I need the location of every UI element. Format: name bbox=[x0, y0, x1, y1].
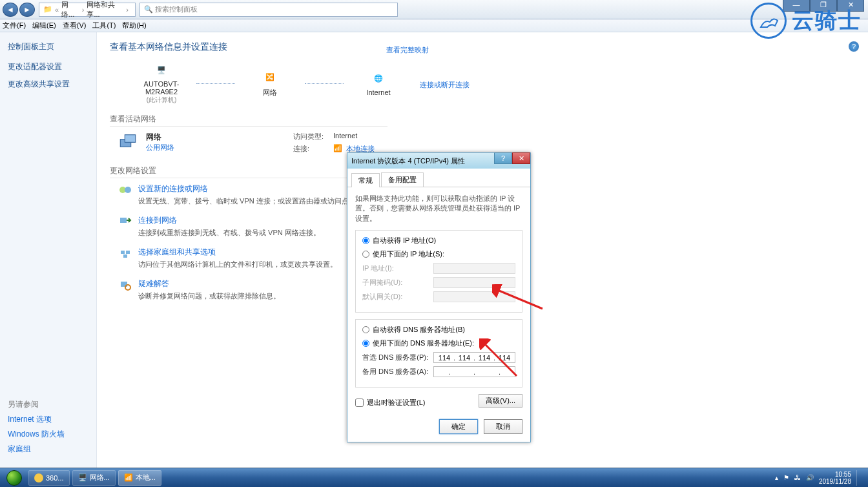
see-also-firewall[interactable]: Windows 防火墙 bbox=[8, 429, 65, 440]
node-network: 🔀 网络 bbox=[238, 70, 302, 98]
network-type-link[interactable]: 公用网络 bbox=[146, 143, 174, 152]
dialog-title-text: Internet 协议版本 4 (TCP/IPv4) 属性 bbox=[351, 156, 465, 166]
sidebar-adapter-settings[interactable]: 更改适配器设置 bbox=[8, 61, 88, 72]
node-pc: 🖥️ AUTOBVT-M2RA9E2 (此计算机) bbox=[129, 62, 194, 105]
tray-network-icon[interactable]: 🖧 bbox=[794, 474, 801, 481]
taskbar-item-360[interactable]: 360... bbox=[28, 470, 70, 486]
tray-flag-icon[interactable]: ⚑ bbox=[783, 474, 789, 481]
windows-logo-icon bbox=[6, 470, 22, 486]
setup-new-connection-link[interactable]: 设置新的连接或网络 bbox=[138, 183, 356, 194]
tray-chevron-icon[interactable]: ▴ bbox=[775, 474, 778, 481]
menu-tools[interactable]: 工具(T) bbox=[92, 21, 116, 30]
taskbar: 360... 🖥️ 网络... 📶 本地... ▴ ⚑ 🖧 🔊 10:55 20… bbox=[0, 468, 868, 487]
preferred-dns-label: 首选 DNS 服务器(P): bbox=[362, 353, 433, 362]
dialog-close-button[interactable]: ✕ bbox=[512, 152, 530, 164]
see-also-section: 另请参阅 Internet 选项 Windows 防火墙 家庭组 bbox=[8, 399, 65, 459]
tray-time: 10:55 bbox=[819, 471, 851, 478]
connection-label: 连接: bbox=[293, 144, 329, 154]
new-connection-icon bbox=[119, 183, 132, 196]
see-also-internet-options[interactable]: Internet 选项 bbox=[8, 414, 65, 425]
subnet-label: 子网掩码(U): bbox=[362, 278, 433, 287]
connect-disconnect-link[interactable]: 连接或断开连接 bbox=[420, 80, 470, 90]
breadcrumb[interactable]: 📁 « 网络... › 网络和共享... › bbox=[39, 3, 136, 17]
globe-icon: 🌐 bbox=[371, 70, 386, 86]
svg-point-9 bbox=[125, 285, 130, 290]
folder-icon: 📁 bbox=[43, 5, 52, 14]
homegroup-sharing-desc: 访问位于其他网络计算机上的文件和打印机，或更改共享设置。 bbox=[138, 260, 337, 269]
breadcrumb-part: 网络... bbox=[61, 0, 79, 19]
active-networks-label: 查看活动网络 bbox=[110, 114, 388, 127]
left-sidebar: 控制面板主页 更改适配器设置 更改高级共享设置 另请参阅 Internet 选项… bbox=[0, 32, 97, 468]
help-icon[interactable]: ? bbox=[849, 41, 859, 52]
taskbar-item-local[interactable]: 📶 本地... bbox=[118, 470, 161, 486]
connect-to-network-desc: 连接到或重新连接到无线、有线、拨号或 VPN 网络连接。 bbox=[138, 228, 320, 238]
dns-auto-radio[interactable] bbox=[362, 326, 369, 333]
annotation-arrow bbox=[492, 284, 544, 310]
dns-manual-label: 使用下面的 DNS 服务器地址(E): bbox=[373, 338, 474, 348]
dialog-help-button[interactable]: ? bbox=[494, 152, 512, 164]
connect-to-network-link[interactable]: 连接到网络 bbox=[138, 215, 320, 226]
see-also-header: 另请参阅 bbox=[8, 399, 65, 410]
app-icon: 📶 bbox=[124, 473, 133, 482]
search-input[interactable]: 🔍 搜索控制面板 bbox=[140, 3, 398, 17]
search-icon: 🔍 bbox=[144, 5, 153, 14]
ok-button[interactable]: 确定 bbox=[439, 419, 478, 434]
system-tray: ▴ ⚑ 🖧 🔊 10:55 2019/11/28 bbox=[775, 470, 865, 486]
network-icon: 🔀 bbox=[262, 70, 278, 85]
watermark-logo: 云骑士 bbox=[750, 3, 862, 39]
ip-auto-radio[interactable] bbox=[362, 237, 369, 244]
nav-back-button[interactable]: ◄ bbox=[3, 3, 18, 17]
app-icon bbox=[34, 473, 43, 482]
tab-general[interactable]: 常规 bbox=[351, 173, 380, 187]
homegroup-sharing-link[interactable]: 选择家庭组和共享选项 bbox=[138, 247, 337, 258]
signal-icon: 📶 bbox=[333, 144, 342, 154]
change-settings-label: 更改网络设置 bbox=[110, 165, 388, 178]
dialog-titlebar[interactable]: Internet 协议版本 4 (TCP/IPv4) 属性 ? ✕ bbox=[347, 153, 530, 169]
computer-icon: 🖥️ bbox=[154, 62, 169, 78]
control-panel-home-link[interactable]: 控制面板主页 bbox=[8, 41, 88, 52]
alternate-dns-label: 备用 DNS 服务器(A): bbox=[362, 367, 433, 377]
svg-line-13 bbox=[483, 342, 517, 376]
taskbar-item-network[interactable]: 🖥️ 网络... bbox=[72, 470, 116, 486]
network-type-icon bbox=[119, 132, 137, 150]
troubleshoot-link[interactable]: 疑难解答 bbox=[138, 278, 280, 289]
page-title: 查看基本网络信息并设置连接 bbox=[110, 41, 855, 53]
tray-clock[interactable]: 10:55 2019/11/28 bbox=[819, 471, 851, 485]
svg-rect-4 bbox=[120, 218, 127, 223]
ip-manual-radio[interactable] bbox=[362, 251, 369, 258]
menu-file[interactable]: 文件(F) bbox=[3, 21, 26, 30]
validate-label: 退出时验证设置(L) bbox=[367, 398, 425, 408]
menu-help[interactable]: 帮助(H) bbox=[122, 21, 146, 30]
show-desktop-button[interactable] bbox=[856, 470, 862, 486]
homegroup-icon bbox=[119, 247, 132, 260]
search-placeholder: 搜索控制面板 bbox=[155, 5, 198, 14]
network-name: 网络 bbox=[146, 132, 174, 143]
see-also-homegroup[interactable]: 家庭组 bbox=[8, 444, 65, 455]
ip-address-input bbox=[433, 263, 515, 274]
see-full-map-link[interactable]: 查看完整映射 bbox=[386, 45, 429, 55]
ip-manual-label: 使用下面的 IP 地址(S): bbox=[373, 249, 444, 259]
svg-line-11 bbox=[496, 289, 542, 309]
ip-auto-label: 自动获得 IP 地址(O) bbox=[373, 236, 436, 245]
app-icon: 🖥️ bbox=[78, 473, 87, 482]
dns-manual-radio[interactable] bbox=[362, 340, 369, 347]
sidebar-sharing-settings[interactable]: 更改高级共享设置 bbox=[8, 79, 88, 90]
nav-forward-button[interactable]: ► bbox=[19, 3, 35, 17]
address-toolbar: ◄ ► 📁 « 网络... › 网络和共享... › 🔍 搜索控制面板 bbox=[0, 0, 868, 19]
svg-rect-7 bbox=[123, 254, 127, 258]
tray-date: 2019/11/28 bbox=[819, 478, 851, 485]
cancel-button[interactable]: 取消 bbox=[484, 419, 522, 434]
tray-volume-icon[interactable]: 🔊 bbox=[806, 474, 814, 481]
menu-edit[interactable]: 编辑(E) bbox=[32, 21, 56, 30]
menu-view[interactable]: 查看(V) bbox=[63, 21, 87, 30]
watermark-icon bbox=[750, 3, 787, 39]
access-type-value: Internet bbox=[333, 132, 357, 141]
connect-network-icon bbox=[119, 215, 132, 228]
svg-rect-1 bbox=[125, 135, 135, 143]
tab-alternate[interactable]: 备用配置 bbox=[381, 172, 424, 187]
breadcrumb-part: 网络和共享... bbox=[87, 0, 123, 19]
advanced-button[interactable]: 高级(V)... bbox=[479, 394, 522, 408]
ip-address-label: IP 地址(I): bbox=[362, 264, 433, 273]
start-button[interactable] bbox=[3, 470, 26, 486]
validate-checkbox[interactable] bbox=[355, 399, 364, 407]
